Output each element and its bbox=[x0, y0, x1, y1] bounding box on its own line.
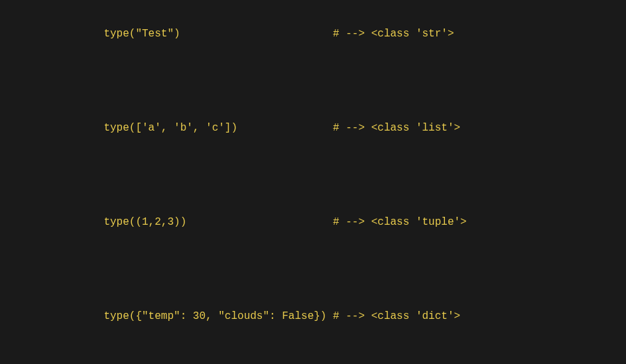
code-line: type("Test") # --> <class 'str'> bbox=[78, 10, 486, 58]
code-comment: # --> <class 'tuple'> bbox=[333, 214, 467, 230]
code-line: type(['a', 'b', 'c']) # --> <class 'list… bbox=[78, 104, 486, 152]
code-comment: # --> <class 'dict'> bbox=[333, 308, 460, 324]
code-expression: type((1,2,3)) bbox=[103, 214, 333, 230]
code-expression: type({"temp": 30, "clouds": False}) bbox=[103, 308, 333, 324]
code-expression: type("Test") bbox=[103, 26, 333, 42]
code-block: type(10) # --> <class 'int'> type("Test"… bbox=[78, 0, 486, 364]
code-comment: # --> <class 'str'> bbox=[333, 26, 454, 42]
code-comment: # --> <class 'list'> bbox=[333, 120, 460, 136]
code-line: type((1,2,3)) # --> <class 'tuple'> bbox=[78, 198, 486, 246]
code-line: type({"temp": 30, "clouds": False}) # --… bbox=[78, 292, 486, 340]
code-expression: type(['a', 'b', 'c']) bbox=[103, 120, 333, 136]
